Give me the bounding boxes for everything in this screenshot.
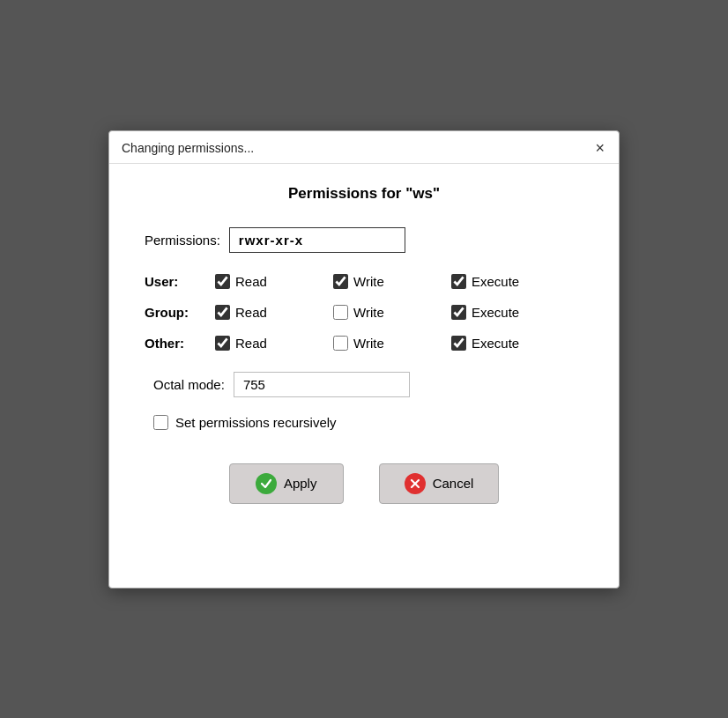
group-read-label: Read xyxy=(235,305,267,320)
recursive-label: Set permissions recursively xyxy=(175,415,337,430)
dialog-heading: Permissions for "ws" xyxy=(145,185,583,203)
group-execute-checkbox[interactable]: Execute xyxy=(451,305,548,320)
title-bar: Changing permissions... × xyxy=(109,131,619,164)
user-read-label: Read xyxy=(235,274,267,289)
permissions-row: Permissions: xyxy=(145,227,583,253)
octal-input[interactable] xyxy=(234,372,410,397)
other-checkboxes: Read Write Execute xyxy=(215,336,548,351)
group-checkboxes: Read Write Execute xyxy=(215,305,548,320)
other-write-input[interactable] xyxy=(333,336,348,351)
group-row: Group: Read Write Execute xyxy=(145,305,583,320)
permissions-dialog: Changing permissions... × Permissions fo… xyxy=(108,130,620,588)
group-read-input[interactable] xyxy=(215,305,230,320)
other-execute-input[interactable] xyxy=(451,336,466,351)
apply-button-label: Apply xyxy=(284,476,317,491)
other-read-label: Read xyxy=(235,336,267,351)
user-execute-label: Execute xyxy=(472,274,519,289)
permissions-grid: User: Read Write Execute xyxy=(145,274,583,351)
dialog-title-bar-text: Changing permissions... xyxy=(122,141,254,155)
other-row: Other: Read Write Execute xyxy=(145,336,583,351)
other-label: Other: xyxy=(145,336,215,351)
octal-label: Octal mode: xyxy=(153,377,225,392)
user-execute-checkbox[interactable]: Execute xyxy=(451,274,548,289)
user-checkboxes: Read Write Execute xyxy=(215,274,548,289)
group-write-checkbox[interactable]: Write xyxy=(333,305,430,320)
button-row: Apply Cancel xyxy=(145,455,583,522)
recursive-checkbox[interactable] xyxy=(153,415,168,430)
user-execute-input[interactable] xyxy=(451,274,466,289)
cancel-icon xyxy=(405,473,426,494)
recursive-row: Set permissions recursively xyxy=(145,415,583,430)
group-execute-input[interactable] xyxy=(451,305,466,320)
user-read-checkbox[interactable]: Read xyxy=(215,274,312,289)
group-read-checkbox[interactable]: Read xyxy=(215,305,312,320)
octal-row: Octal mode: xyxy=(145,372,583,397)
other-write-label: Write xyxy=(353,336,384,351)
group-write-label: Write xyxy=(353,305,384,320)
close-button[interactable]: × xyxy=(593,140,606,156)
user-label: User: xyxy=(145,274,215,289)
user-read-input[interactable] xyxy=(215,274,230,289)
user-row: User: Read Write Execute xyxy=(145,274,583,289)
cancel-button[interactable]: Cancel xyxy=(379,463,500,504)
permissions-field-label: Permissions: xyxy=(145,233,220,248)
other-write-checkbox[interactable]: Write xyxy=(333,336,430,351)
group-label: Group: xyxy=(145,305,215,320)
user-write-checkbox[interactable]: Write xyxy=(333,274,430,289)
other-read-checkbox[interactable]: Read xyxy=(215,336,312,351)
dialog-body: Permissions for "ws" Permissions: User: … xyxy=(109,164,619,588)
permissions-input[interactable] xyxy=(229,227,405,253)
apply-icon xyxy=(256,473,277,494)
group-execute-label: Execute xyxy=(472,305,519,320)
other-execute-label: Execute xyxy=(472,336,519,351)
group-write-input[interactable] xyxy=(333,305,348,320)
other-read-input[interactable] xyxy=(215,336,230,351)
cancel-button-label: Cancel xyxy=(433,476,474,491)
user-write-input[interactable] xyxy=(333,274,348,289)
other-execute-checkbox[interactable]: Execute xyxy=(451,336,548,351)
apply-button[interactable]: Apply xyxy=(229,463,344,504)
user-write-label: Write xyxy=(353,274,384,289)
